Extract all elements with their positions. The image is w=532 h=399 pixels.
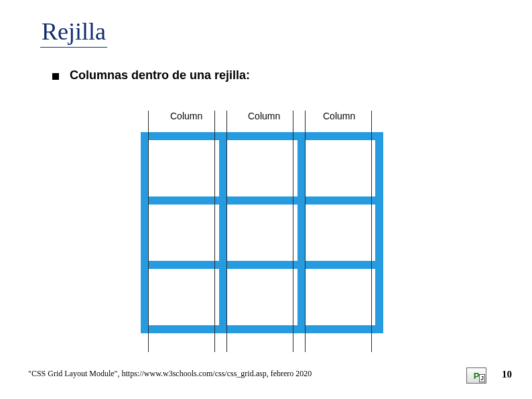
slide-title: Rejilla (40, 17, 107, 48)
column-guide-line (293, 111, 293, 352)
logo-icon: P J (466, 367, 486, 384)
column-label: Column (170, 111, 202, 121)
grid-col-bar (375, 132, 383, 333)
bullet-item: Columnas dentro de una rejilla: (52, 68, 250, 82)
grid-visual (141, 132, 383, 333)
grid-diagram: Column Column Column (141, 111, 383, 333)
logo-letter-j: J (479, 374, 485, 382)
column-guide-line (226, 111, 227, 352)
column-guide-line (305, 111, 306, 352)
column-labels-row: Column Column Column (141, 111, 383, 129)
column-label: Column (248, 111, 280, 121)
slide: Rejilla Columnas dentro de una rejilla: … (0, 0, 532, 399)
footer-citation: "CSS Grid Layout Module", https://www.w3… (28, 369, 312, 379)
column-guide-line (371, 111, 372, 352)
column-guide-line (148, 111, 149, 352)
bullet-square-icon (52, 73, 59, 80)
grid-row-bar (141, 261, 383, 269)
grid-row-bar (141, 325, 383, 333)
grid-row-bar (141, 132, 383, 140)
grid-row-bar (141, 196, 383, 205)
page-number: 10 (502, 369, 512, 380)
column-guide-line (214, 111, 215, 352)
bullet-text: Columnas dentro de una rejilla: (70, 68, 250, 82)
column-label: Column (323, 111, 355, 121)
